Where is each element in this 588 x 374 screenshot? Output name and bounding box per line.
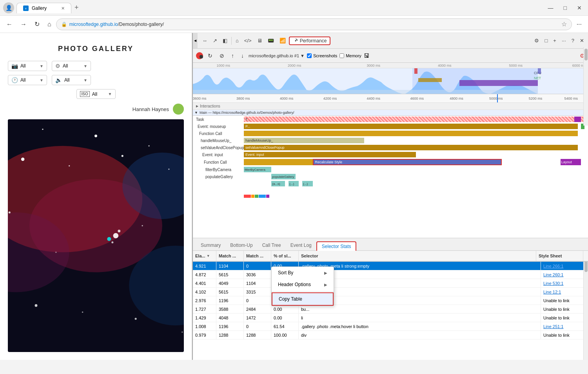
upload-button[interactable]: ↑	[229, 51, 236, 60]
tab-close-btn[interactable]: ✕	[61, 6, 65, 11]
download-button[interactable]: ↓	[239, 51, 246, 60]
tab-summary[interactable]: Summary	[196, 240, 225, 250]
th-stylesheet[interactable]: Style Sheet	[536, 251, 583, 261]
table-row-4[interactable]: 2.976 1196 0 0.00 bu... Unable to link	[193, 296, 588, 305]
svg-point-23	[142, 225, 143, 226]
refresh-button[interactable]: ↻	[31, 18, 43, 30]
more-button[interactable]: ···	[573, 18, 585, 30]
table-row-1[interactable]: 4.872 5615 3036 78.60 .ga... Line 260:1	[193, 270, 588, 279]
stylesheet-link-2[interactable]: Line 530:1	[543, 281, 563, 286]
record-button[interactable]: ⏺	[196, 52, 203, 59]
context-menu-sort-by[interactable]: Sort By ▶	[272, 267, 334, 279]
anon-bar-1[interactable]: (a...s)	[271, 181, 285, 186]
devtools-close[interactable]: ✕	[577, 36, 586, 45]
task-bar[interactable]: T...	[244, 117, 588, 122]
populate-bar[interactable]: populateGallery	[271, 174, 295, 179]
stylesheet-link-1[interactable]: Line 260:1	[543, 272, 563, 277]
table-row-3[interactable]: 4.102 5615 3315 0.00 * Line 12:1	[193, 288, 588, 296]
blue-marker	[538, 68, 541, 74]
filter-iso[interactable]: ISO All ▼	[76, 89, 116, 99]
th-selector[interactable]: Selector	[299, 251, 536, 261]
th-match2[interactable]: Match ...	[244, 251, 271, 261]
home-tool[interactable]: ⌂	[233, 36, 241, 45]
devtools-help[interactable]: ?	[569, 36, 577, 45]
table-row-7[interactable]: 1.008 1196 0 61.54 .gallery .photo .meta…	[193, 322, 588, 331]
network-tool[interactable]: 📟	[265, 36, 276, 45]
fn1-bar[interactable]	[244, 131, 578, 136]
flame-section: ▼ Main — https://microsoftedge.github.io…	[193, 110, 588, 238]
recalc-bar[interactable]: Recalculate Style	[313, 159, 502, 165]
devtools-dock[interactable]: □	[542, 36, 550, 45]
stylesheet-link-3[interactable]: Line 12:1	[543, 290, 561, 294]
wireless-tool[interactable]: 📶	[277, 36, 288, 45]
table-row-5[interactable]: 1.727 3588 2484 0.00 bu... Unable to lin…	[193, 305, 588, 314]
forward-button[interactable]: →	[17, 18, 30, 30]
filter-camera[interactable]: 📷 All ▼	[8, 61, 47, 71]
layout-bar[interactable]: Layout	[561, 159, 581, 165]
window-close-button[interactable]: ✕	[574, 3, 585, 13]
tab-event-log[interactable]: Event Log	[286, 240, 316, 250]
tab-bottom-up[interactable]: Bottom-Up	[225, 240, 257, 250]
clear-button[interactable]: ⊘	[217, 51, 227, 60]
reload-record-button[interactable]: ↻	[205, 51, 215, 60]
setvalue-bar[interactable]: setValueAndClosePopup	[244, 145, 578, 150]
tab-call-tree[interactable]: Call Tree	[258, 240, 286, 250]
td-ela-3: 4.102	[193, 288, 216, 296]
table-row-8[interactable]: 0.979 1288 1288 100.00 div Unable to lin…	[193, 331, 588, 339]
stylesheet-link-0[interactable]: Line 266:1	[543, 264, 563, 268]
devtools-settings[interactable]: ⚙	[532, 36, 541, 45]
filter-settings[interactable]: ⚙ All ▼	[52, 61, 91, 71]
screenshots-checkbox[interactable]	[307, 53, 312, 58]
th-match1[interactable]: Match ...	[216, 251, 244, 261]
th-elapsed[interactable]: Ela... ▼	[193, 251, 216, 261]
dropdown-icon[interactable]: ▼	[300, 53, 305, 58]
fn2-bar-left[interactable]	[244, 159, 313, 165]
devtools-add[interactable]: +	[551, 36, 559, 45]
table-row-0[interactable]: 4.921 1104 0 0.00 .gallery .photo .meta …	[193, 262, 588, 270]
svg-point-16	[122, 155, 123, 157]
stylesheet-link-7[interactable]: Line 251:1	[543, 324, 563, 329]
memory-check[interactable]: Memory	[339, 53, 361, 58]
devtools-more[interactable]: ···	[559, 36, 568, 45]
context-menu-copy-table[interactable]: Copy Table	[272, 292, 334, 306]
inspect-tool[interactable]: ↔	[200, 36, 210, 45]
filter-time[interactable]: 🕐 All ▼	[8, 75, 47, 85]
devtools-scroll-left[interactable]: ◀	[193, 33, 198, 48]
table-row-6[interactable]: 1.429 4048 1472 0.00 li Unable to link	[193, 314, 588, 322]
sources-tool[interactable]: </>	[242, 36, 254, 45]
panel-tool[interactable]: ◧	[220, 36, 230, 45]
address-bar[interactable]: 🔒 microsoftedge.github.io/Demos/photo-ga…	[56, 18, 572, 30]
performance-tool[interactable]: Performance	[289, 36, 331, 45]
collapse-icon[interactable]: ▼	[194, 111, 198, 115]
maximize-button[interactable]: □	[561, 3, 570, 13]
minimize-button[interactable]: —	[545, 3, 557, 13]
new-tab-button[interactable]: +	[71, 2, 82, 13]
expand-icon[interactable]: ▶	[196, 104, 198, 108]
filter-audio[interactable]: 🔈 All ▼	[52, 75, 91, 85]
console-tool[interactable]: 🖥	[255, 36, 265, 45]
home-button[interactable]: ⌂	[44, 18, 54, 30]
th-pct[interactable]: % of sl...	[271, 251, 299, 261]
favorites-icon[interactable]: ☆	[561, 20, 567, 28]
mouseup-bar[interactable]: P...	[244, 124, 578, 129]
sort-down-icon[interactable]: ▼	[207, 254, 210, 258]
timeline-overview[interactable]: 1000 ms 2000 ms 3000 ms 4000 ms 5000 ms …	[193, 63, 588, 94]
devtools-scrollbar[interactable]	[583, 47, 588, 126]
back-button[interactable]: ←	[3, 18, 16, 30]
screenshots-check[interactable]: Screenshots	[307, 53, 337, 58]
table-row-2[interactable]: 4.401 4049 1104 0.00 [cla... Line 530:1	[193, 279, 588, 288]
input-bar[interactable]: Event: input	[244, 152, 416, 157]
filter-bar[interactable]: filterByCamera	[244, 167, 271, 172]
tab-gallery[interactable]: e Gallery ✕	[16, 3, 71, 13]
handle-bar[interactable]: handleMouseUp_	[244, 138, 364, 143]
device-tool[interactable]: ↗	[211, 36, 220, 45]
table-scrollbar[interactable]	[583, 251, 588, 360]
memory-checkbox[interactable]	[339, 53, 344, 58]
devtools-scrollbar-thumb[interactable]	[584, 49, 588, 60]
tab-selector-stats[interactable]: Selector Stats	[316, 241, 357, 251]
td-match2-4: 0	[244, 296, 271, 305]
context-menu-header-options[interactable]: Header Options ▶	[272, 279, 334, 290]
anon-bar-2[interactable]: (...)	[289, 181, 299, 186]
anon-bar-3[interactable]: (...)	[302, 181, 312, 186]
memory-tool-btn[interactable]: 🖫	[364, 53, 369, 59]
